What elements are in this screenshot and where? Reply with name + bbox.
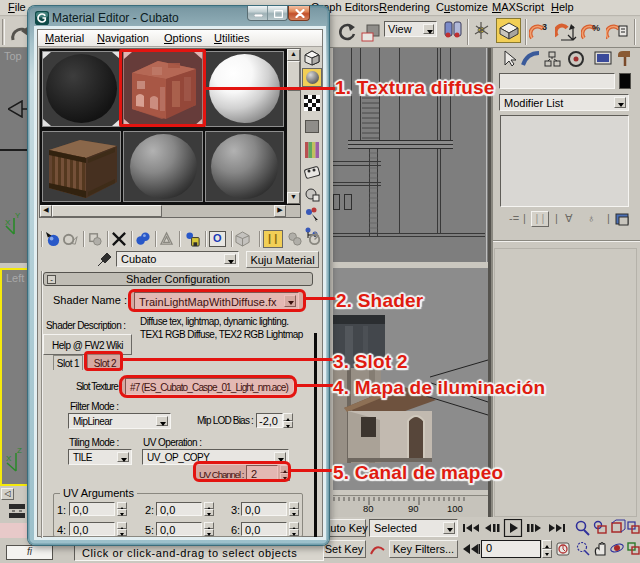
svg-text:X: X — [6, 454, 12, 463]
svg-text:Z: Z — [17, 446, 22, 455]
svg-text:80: 80 — [363, 503, 374, 514]
svg-text:%: % — [592, 23, 600, 33]
svg-text:3: 3 — [542, 22, 547, 32]
svg-text:X: X — [5, 218, 11, 227]
svg-text:Y: Y — [15, 211, 21, 220]
svg-text:90: 90 — [408, 503, 419, 514]
svg-text:100: 100 — [447, 503, 463, 514]
